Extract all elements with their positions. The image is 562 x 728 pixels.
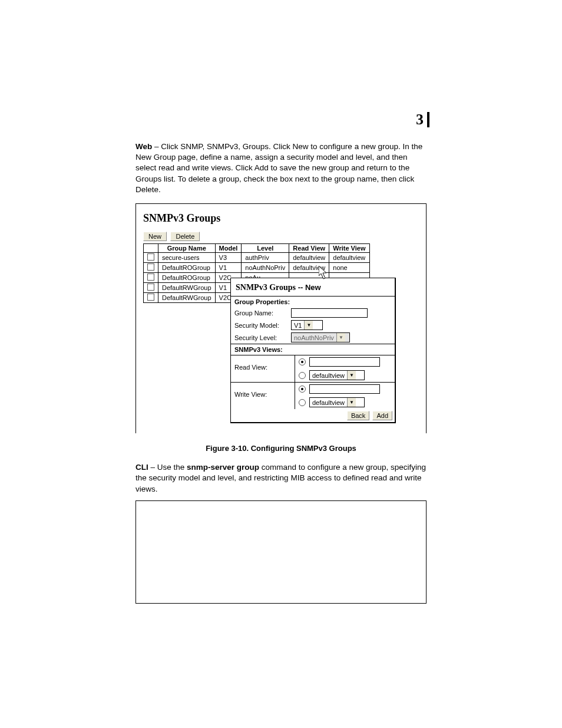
add-button[interactable]: Add [372,411,392,420]
security-model-label: Security Model: [234,322,291,329]
new-group-popup: SNMPv3 Groups -- New Group Properties: G… [230,278,396,423]
write-view-radio-select[interactable] [299,399,306,406]
cell-read: defaultview [289,263,329,273]
popup-title: SNMPv3 Groups -- New [231,278,395,296]
read-view-select[interactable]: defaultview ▼ [309,370,365,380]
write-view-select[interactable]: defaultview ▼ [309,397,365,407]
read-view-label: Read View: [231,355,295,382]
read-view-input[interactable] [309,357,380,367]
table-header-row: Group Name Model Level Read View Write V… [144,244,370,253]
row-checkbox[interactable] [147,284,154,291]
write-view-input[interactable] [309,384,380,394]
intro-lead: Web [135,142,152,151]
col-read-view: Read View [289,244,329,253]
cell-model: V3 [215,253,242,263]
popup-section-properties: Group Properties: [231,296,395,307]
table-row: DefaultROGroup V1 noAuthNoPriv defaultvi… [144,263,370,273]
cell-write: defaultview [329,253,369,263]
cell-group-name: DefaultROGroup [158,273,216,283]
cell-model: V1 [215,263,242,273]
popup-section-views: SNMPv3 Views: [231,344,395,355]
cli-output-box [135,500,427,604]
group-name-label: Group Name: [234,309,291,317]
chevron-down-icon: ▼ [304,321,313,330]
chapter-number: 3 [416,112,429,127]
chevron-down-icon: ▼ [347,371,356,380]
group-name-input[interactable] [291,308,368,318]
write-view-label: Write View: [231,383,295,409]
figure-caption: Figure 3-10. Configuring SNMPv3 Groups [135,444,427,453]
table-row: secure-users V3 authPriv defaultview def… [144,253,370,263]
col-level: Level [242,244,289,253]
cli-command: snmp-server group [187,463,259,472]
chevron-down-icon: ▼ [347,398,356,407]
intro-body: – Click SNMP, SNMPv3, Groups. Click New … [135,142,422,194]
col-group-name: Group Name [158,244,216,253]
panel-title: SNMPv3 Groups [143,212,419,225]
cell-write: none [329,263,369,273]
row-checkbox[interactable] [147,253,154,261]
cell-level: noAuthNoPriv [242,263,289,273]
col-model: Model [215,244,242,253]
cell-group-name: DefaultRWGroup [158,293,216,303]
cell-group-name: secure-users [158,253,216,263]
cell-group-name: DefaultRWGroup [158,283,216,293]
col-write-view: Write View [329,244,369,253]
row-checkbox[interactable] [147,294,154,301]
cell-group-name: DefaultROGroup [158,263,216,273]
new-button[interactable]: New [143,232,167,241]
intro-paragraph: Web – Click SNMP, SNMPv3, Groups. Click … [135,141,427,195]
read-view-radio-select[interactable] [299,372,306,379]
cli-paragraph: CLI – Use the snmp-server group command … [135,462,427,495]
security-level-label: Security Level: [234,334,291,341]
delete-button[interactable]: Delete [170,232,200,241]
chevron-down-icon: ▼ [336,333,345,342]
cell-read: defaultview [289,253,329,263]
security-level-select[interactable]: noAuthNoPriv ▼ [291,332,350,342]
cli-lead: CLI [135,463,148,472]
write-view-radio-blank[interactable] [299,386,306,393]
row-checkbox[interactable] [147,274,154,281]
back-button[interactable]: Back [347,411,369,420]
cell-level: authPriv [242,253,289,263]
figure-screenshot: SNMPv3 Groups New Delete Group Name Mode… [135,203,427,433]
security-model-select[interactable]: V1 ▼ [291,320,323,330]
read-view-radio-blank[interactable] [299,358,306,365]
row-checkbox[interactable] [147,263,154,271]
